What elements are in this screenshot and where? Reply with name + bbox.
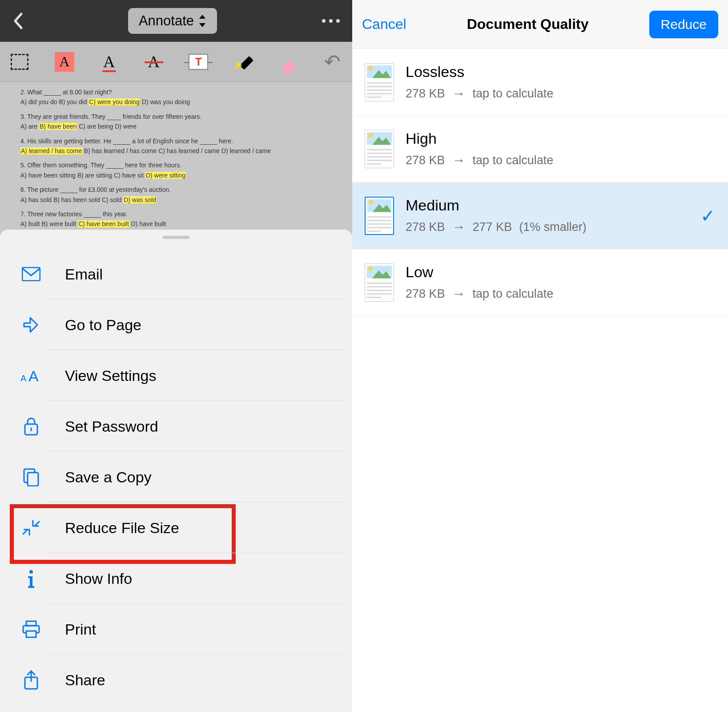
quality-list: Lossless 278 KB→tap to calculate High 27… — [352, 49, 728, 316]
menu-label: Reduce File Size — [65, 519, 179, 537]
quality-option-medium[interactable]: Medium 278 KB→277 KB(1% smaller) ✓ — [352, 182, 728, 249]
menu-label: View Settings — [65, 367, 156, 384]
menu-view-settings[interactable]: AA View Settings — [0, 350, 352, 401]
mail-icon — [20, 267, 42, 281]
compress-icon — [20, 519, 42, 537]
eraser-icon[interactable] — [278, 49, 298, 75]
arrow-right-icon: → — [452, 153, 466, 168]
menu-label: Save a Copy — [65, 469, 152, 486]
pdf-app-pane: Annotate A A A T ↶ 2. What _____ at 8.00… — [0, 0, 352, 712]
back-icon[interactable] — [12, 12, 23, 30]
menu-email[interactable]: Email — [0, 249, 352, 299]
menu-save-copy[interactable]: Save a Copy — [0, 452, 352, 502]
select-tool-icon[interactable] — [10, 49, 30, 75]
share-icon — [20, 670, 42, 690]
quality-option-low[interactable]: Low 278 KB→tap to calculate — [352, 249, 728, 316]
menu-print[interactable]: Print — [0, 604, 352, 655]
thumbnail-icon — [365, 63, 394, 101]
textbox-icon[interactable]: T — [189, 49, 209, 75]
pen-icon[interactable] — [233, 49, 253, 75]
strikethrough-icon[interactable]: A — [144, 49, 164, 75]
print-icon — [20, 620, 42, 638]
arrow-right-icon: → — [452, 219, 466, 235]
menu-share[interactable]: Share — [0, 655, 352, 705]
menu-label: Go to Page — [65, 316, 141, 334]
check-icon: ✓ — [700, 206, 716, 226]
info-icon — [20, 569, 42, 588]
mode-label: Annotate — [139, 13, 194, 29]
annotate-toolbar: A A A T ↶ — [0, 42, 352, 82]
svg-text:A: A — [28, 368, 39, 383]
mode-dropdown[interactable]: Annotate — [128, 8, 217, 34]
menu-label: Email — [65, 266, 103, 283]
quality-name: High — [406, 130, 716, 147]
underline-icon[interactable]: A — [99, 49, 119, 75]
menu-goto-page[interactable]: Go to Page — [0, 299, 352, 350]
actions-sheet: Email Go to Page AA View Settings Set Pa… — [0, 230, 352, 712]
svg-rect-6 — [28, 473, 38, 486]
arrow-right-icon: → — [452, 86, 466, 101]
chevron-updown-icon — [198, 15, 206, 27]
quality-sub: 278 KB→tap to calculate — [406, 286, 716, 301]
lock-icon — [20, 417, 42, 436]
menu-label: Print — [65, 621, 96, 638]
cancel-button[interactable]: Cancel — [362, 16, 406, 32]
menu-label: Set Password — [65, 418, 158, 435]
page-title: Document Quality — [467, 16, 589, 32]
svg-rect-9 — [28, 576, 32, 578]
undo-icon[interactable]: ↶ — [323, 49, 343, 75]
goto-icon — [20, 316, 42, 334]
quality-sub: 278 KB→tap to calculate — [406, 86, 716, 101]
menu-label: Show Info — [65, 570, 132, 587]
menu-reduce-file-size[interactable]: Reduce File Size — [0, 502, 352, 553]
thumbnail-icon — [365, 130, 394, 168]
menu-label: Share — [65, 672, 105, 689]
thumbnail-icon — [365, 263, 394, 302]
copy-icon — [20, 468, 42, 486]
quality-sub: 278 KB→277 KB(1% smaller) — [406, 219, 716, 235]
quality-name: Low — [406, 263, 716, 281]
highlight-text-icon[interactable]: A — [55, 49, 75, 75]
reduce-button[interactable]: Reduce — [649, 11, 718, 38]
text-size-icon: AA — [20, 368, 42, 383]
quality-option-high[interactable]: High 278 KB→tap to calculate — [352, 116, 728, 182]
svg-text:A: A — [20, 373, 27, 383]
menu-set-password[interactable]: Set Password — [0, 401, 352, 452]
quality-pane: Cancel Document Quality Reduce Lossless … — [352, 0, 728, 712]
quality-option-lossless[interactable]: Lossless 278 KB→tap to calculate — [352, 49, 728, 116]
app-header: Annotate — [0, 0, 352, 42]
sheet-grabber[interactable] — [163, 236, 189, 239]
quality-name: Lossless — [406, 63, 716, 81]
svg-point-7 — [29, 570, 33, 574]
svg-rect-0 — [22, 267, 40, 281]
svg-rect-13 — [26, 631, 36, 637]
quality-name: Medium — [406, 197, 716, 214]
more-icon[interactable] — [322, 19, 340, 23]
arrow-right-icon: → — [452, 286, 466, 301]
svg-rect-10 — [28, 586, 34, 588]
thumbnail-icon — [365, 197, 394, 235]
quality-header: Cancel Document Quality Reduce — [352, 0, 728, 49]
menu-show-info[interactable]: Show Info — [0, 553, 352, 604]
quality-sub: 278 KB→tap to calculate — [406, 153, 716, 168]
